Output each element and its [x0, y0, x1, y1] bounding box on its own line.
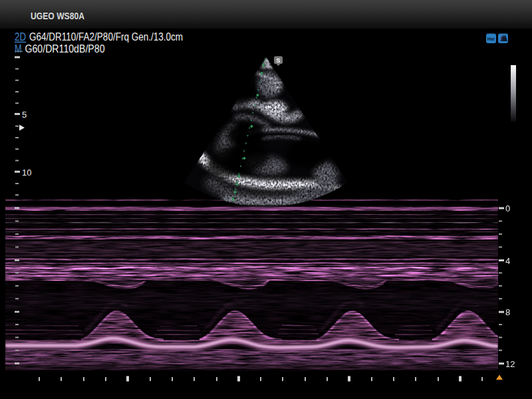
svg-text:M: M — [15, 43, 22, 55]
svg-text:Har: Har — [487, 36, 495, 42]
svg-text:UGEO WS80A: UGEO WS80A — [31, 10, 84, 21]
svg-text:2D: 2D — [15, 31, 26, 43]
svg-text:4: 4 — [505, 256, 510, 266]
svg-text:0: 0 — [505, 203, 510, 213]
svg-text:10: 10 — [22, 168, 31, 178]
svg-text:8: 8 — [505, 307, 510, 317]
svg-text:5: 5 — [22, 110, 27, 120]
svg-text:G60/DR110dB/P80: G60/DR110dB/P80 — [25, 43, 105, 55]
svg-text:12: 12 — [505, 359, 515, 369]
svg-text:S: S — [276, 57, 280, 64]
svg-text:G64/DR110/FA2/P80/Frq Gen./13.: G64/DR110/FA2/P80/Frq Gen./13.0cm — [29, 31, 183, 43]
